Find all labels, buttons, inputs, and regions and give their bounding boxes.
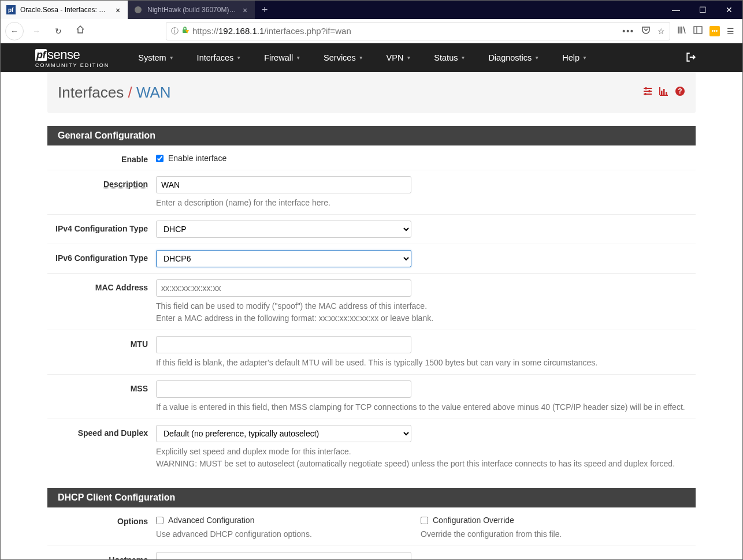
- pfsense-logo[interactable]: pfsense COMMUNITY EDITION: [35, 47, 109, 68]
- label-enable: Enable: [52, 151, 156, 164]
- nav-firewall[interactable]: Firewall▼: [252, 45, 312, 70]
- breadcrumb: Interfaces / WAN: [58, 84, 171, 102]
- input-description[interactable]: [156, 176, 411, 193]
- svg-point-7: [645, 87, 647, 89]
- panel-heading: DHCP Client Configuration: [47, 488, 696, 507]
- svg-rect-5: [694, 27, 702, 33]
- nighthawk-favicon: [133, 5, 143, 14]
- label-mtu: MTU: [52, 336, 156, 368]
- sliders-icon[interactable]: [642, 86, 653, 99]
- close-button[interactable]: ✕: [716, 1, 742, 19]
- help-text: This field can be used to modify ("spoof…: [156, 300, 685, 324]
- label-hostname: Hostname: [52, 552, 156, 559]
- checkbox-advanced-configuration[interactable]: [156, 517, 164, 524]
- nav-system[interactable]: System▼: [127, 45, 185, 70]
- browser-tab-active[interactable]: pf Oracle.Sosa - Interfaces: WAN ×: [1, 1, 128, 19]
- help-text: Explicitly set speed and duplex mode for…: [156, 446, 685, 469]
- nav-help[interactable]: Help▼: [551, 45, 599, 70]
- extension-icon[interactable]: •••: [709, 26, 720, 36]
- top-nav: pfsense COMMUNITY EDITION System▼ Interf…: [1, 43, 742, 72]
- checkbox-enable-interface[interactable]: [156, 155, 164, 162]
- svg-rect-10: [661, 91, 663, 95]
- url-text: https://192.168.1.1/interfaces.php?if=wa…: [192, 26, 619, 36]
- input-mac-address[interactable]: [156, 279, 411, 297]
- back-button[interactable]: ←: [10, 27, 18, 35]
- breadcrumb-leaf-link[interactable]: WAN: [136, 84, 171, 101]
- sidebar-icon[interactable]: [693, 25, 703, 36]
- help-text: If a value is entered in this field, the…: [156, 401, 685, 413]
- panel-general-configuration: General Configuration Enable Enable inte…: [47, 126, 696, 475]
- select-speed-duplex[interactable]: Default (no preference, typically autose…: [156, 425, 411, 442]
- select-ipv4-type[interactable]: DHCP: [156, 221, 411, 238]
- label-speed-duplex: Speed and Duplex: [52, 425, 156, 469]
- tab-title: Oracle.Sosa - Interfaces: WAN: [20, 6, 109, 14]
- logout-icon[interactable]: [686, 52, 696, 64]
- browser-tab-inactive[interactable]: NightHawk (build 36070M) - Se ×: [128, 1, 255, 19]
- label-ipv6-type: IPv6 Configuration Type: [52, 250, 156, 267]
- new-tab-button[interactable]: +: [255, 4, 275, 16]
- checkbox-label: Enable interface: [168, 154, 226, 163]
- reload-button[interactable]: ↻: [49, 22, 68, 40]
- label-options: Options: [52, 513, 156, 540]
- input-hostname[interactable]: [156, 552, 411, 559]
- input-mss[interactable]: [156, 380, 411, 398]
- hamburger-menu-icon[interactable]: ☰: [727, 27, 734, 36]
- browser-toolbar: ← → ↻ ⓘ https://192.168.1.1/interfaces.p…: [1, 19, 742, 43]
- home-button[interactable]: [71, 22, 90, 40]
- forward-button[interactable]: →: [27, 22, 46, 40]
- help-text: If this field is blank, the adapter's de…: [156, 357, 685, 368]
- nav-status[interactable]: Status▼: [422, 45, 477, 70]
- svg-rect-12: [666, 92, 667, 95]
- help-icon[interactable]: ?: [675, 86, 685, 99]
- tab-title: NightHawk (build 36070M) - Se: [147, 6, 236, 14]
- pocket-icon[interactable]: [641, 25, 651, 36]
- titlebar: pf Oracle.Sosa - Interfaces: WAN × Night…: [1, 1, 742, 19]
- more-icon[interactable]: •••: [622, 27, 634, 36]
- svg-point-2: [135, 6, 142, 13]
- library-icon[interactable]: [677, 25, 686, 36]
- panel-heading: General Configuration: [47, 126, 696, 145]
- lock-warning-icon: [181, 26, 189, 36]
- svg-text:?: ?: [678, 87, 682, 95]
- bookmark-star-icon[interactable]: ☆: [657, 27, 665, 36]
- svg-text:pf: pf: [8, 7, 14, 13]
- window-controls: — ☐ ✕: [663, 1, 742, 19]
- browser-tabs: pf Oracle.Sosa - Interfaces: WAN × Night…: [1, 1, 275, 19]
- svg-point-9: [644, 93, 647, 95]
- maximize-button[interactable]: ☐: [689, 1, 716, 19]
- label-ipv4-type: IPv4 Configuration Type: [52, 221, 156, 238]
- help-text: Override the configuration from this fil…: [421, 528, 685, 540]
- nav-diagnostics[interactable]: Diagnostics▼: [477, 45, 551, 70]
- checkbox-label: Configuration Override: [433, 516, 514, 525]
- close-icon[interactable]: ×: [114, 6, 122, 14]
- input-mtu[interactable]: [156, 336, 411, 353]
- svg-point-8: [648, 90, 651, 92]
- nav-interfaces[interactable]: Interfaces▼: [185, 45, 253, 70]
- label-description: Description: [52, 176, 156, 208]
- chart-icon[interactable]: [659, 86, 669, 99]
- minimize-button[interactable]: —: [663, 1, 689, 19]
- help-text: Enter a description (name) for the inter…: [156, 197, 685, 208]
- nav-services[interactable]: Services▼: [312, 45, 375, 70]
- pfsense-favicon: pf: [6, 5, 16, 14]
- checkbox-configuration-override[interactable]: [421, 517, 428, 524]
- help-text: Use advanced DHCP configuration options.: [156, 528, 421, 540]
- page-content: pfsense COMMUNITY EDITION System▼ Interf…: [1, 43, 742, 559]
- select-ipv6-type[interactable]: DHCP6: [156, 250, 411, 267]
- close-icon[interactable]: ×: [241, 6, 249, 14]
- label-mac-address: MAC Address: [52, 279, 156, 324]
- svg-rect-11: [663, 89, 665, 95]
- info-icon[interactable]: ⓘ: [171, 26, 179, 36]
- nav-vpn[interactable]: VPN▼: [375, 45, 423, 70]
- panel-dhcp-client-configuration: DHCP Client Configuration Options Advanc…: [47, 488, 696, 559]
- address-bar[interactable]: ⓘ https://192.168.1.1/interfaces.php?if=…: [166, 22, 670, 40]
- label-mss: MSS: [52, 380, 156, 413]
- checkbox-label: Advanced Configuration: [168, 516, 254, 525]
- breadcrumb-bar: Interfaces / WAN ?: [47, 72, 696, 113]
